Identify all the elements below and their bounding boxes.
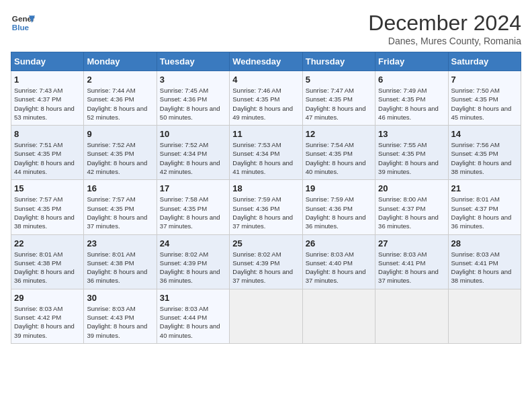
day-info: Sunrise: 8:03 AMSunset: 4:41 PMDaylight:… [378, 250, 445, 285]
day-info: Sunrise: 7:59 AMSunset: 4:36 PMDaylight:… [232, 195, 299, 230]
day-number: 30 [87, 293, 153, 303]
day-number: 24 [160, 238, 226, 248]
table-cell [448, 289, 521, 343]
svg-text:Blue: Blue [12, 23, 30, 32]
day-number: 11 [232, 129, 299, 139]
col-saturday: Saturday [448, 52, 521, 71]
calendar-week-5: 29 Sunrise: 8:03 AMSunset: 4:42 PMDaylig… [11, 289, 521, 343]
day-info: Sunrise: 8:03 AMSunset: 4:42 PMDaylight:… [14, 304, 81, 340]
day-info: Sunrise: 7:47 AMSunset: 4:35 PMDaylight:… [306, 86, 372, 122]
calendar-header-row: Sunday Monday Tuesday Wednesday Thursday… [11, 52, 521, 71]
day-number: 29 [14, 293, 81, 303]
calendar-week-4: 22 Sunrise: 8:01 AMSunset: 4:38 PMDaylig… [11, 234, 521, 289]
day-number: 22 [14, 238, 81, 248]
col-thursday: Thursday [302, 52, 375, 71]
table-cell: 30 Sunrise: 8:03 AMSunset: 4:43 PMDaylig… [84, 289, 157, 343]
day-number: 7 [451, 75, 518, 85]
day-info: Sunrise: 8:03 AMSunset: 4:44 PMDaylight:… [160, 304, 226, 340]
table-cell: 6 Sunrise: 7:49 AMSunset: 4:35 PMDayligh… [375, 71, 448, 126]
table-cell: 31 Sunrise: 8:03 AMSunset: 4:44 PMDaylig… [157, 289, 229, 343]
day-info: Sunrise: 7:52 AMSunset: 4:34 PMDaylight:… [160, 140, 226, 176]
day-number: 17 [160, 183, 226, 193]
day-info: Sunrise: 8:02 AMSunset: 4:39 PMDaylight:… [160, 250, 226, 285]
table-cell: 13 Sunrise: 7:55 AMSunset: 4:35 PMDaylig… [375, 126, 448, 180]
table-cell: 12 Sunrise: 7:54 AMSunset: 4:35 PMDaylig… [302, 126, 375, 180]
table-cell: 17 Sunrise: 7:58 AMSunset: 4:35 PMDaylig… [157, 180, 229, 234]
day-number: 1 [14, 75, 81, 85]
table-cell: 14 Sunrise: 7:56 AMSunset: 4:35 PMDaylig… [448, 126, 521, 180]
day-info: Sunrise: 8:01 AMSunset: 4:38 PMDaylight:… [14, 250, 81, 285]
day-info: Sunrise: 7:51 AMSunset: 4:35 PMDaylight:… [14, 140, 81, 176]
table-cell: 24 Sunrise: 8:02 AMSunset: 4:39 PMDaylig… [157, 234, 229, 289]
day-number: 6 [378, 75, 445, 85]
day-number: 20 [378, 183, 445, 193]
day-info: Sunrise: 7:57 AMSunset: 4:35 PMDaylight:… [87, 195, 153, 230]
day-info: Sunrise: 8:02 AMSunset: 4:39 PMDaylight:… [232, 250, 299, 285]
header: General Blue December 2024 Danes, Mures … [11, 11, 521, 46]
table-cell [302, 289, 375, 343]
day-info: Sunrise: 8:03 AMSunset: 4:41 PMDaylight:… [451, 250, 518, 285]
table-cell: 19 Sunrise: 7:59 AMSunset: 4:36 PMDaylig… [302, 180, 375, 234]
table-cell: 23 Sunrise: 8:01 AMSunset: 4:38 PMDaylig… [84, 234, 157, 289]
table-cell: 22 Sunrise: 8:01 AMSunset: 4:38 PMDaylig… [11, 234, 84, 289]
day-number: 25 [232, 238, 299, 248]
col-friday: Friday [375, 52, 448, 71]
day-info: Sunrise: 8:01 AMSunset: 4:38 PMDaylight:… [87, 250, 153, 285]
calendar-week-2: 8 Sunrise: 7:51 AMSunset: 4:35 PMDayligh… [11, 126, 521, 180]
table-cell: 1 Sunrise: 7:43 AMSunset: 4:37 PMDayligh… [11, 71, 84, 126]
table-cell: 2 Sunrise: 7:44 AMSunset: 4:36 PMDayligh… [84, 71, 157, 126]
day-info: Sunrise: 8:03 AMSunset: 4:40 PMDaylight:… [306, 250, 372, 285]
day-info: Sunrise: 7:58 AMSunset: 4:35 PMDaylight:… [160, 195, 226, 230]
day-number: 27 [378, 238, 445, 248]
col-wednesday: Wednesday [230, 52, 302, 71]
subtitle: Danes, Mures County, Romania [368, 36, 521, 46]
day-number: 18 [232, 183, 299, 193]
table-cell: 26 Sunrise: 8:03 AMSunset: 4:40 PMDaylig… [302, 234, 375, 289]
day-number: 5 [306, 75, 372, 85]
day-info: Sunrise: 7:59 AMSunset: 4:36 PMDaylight:… [306, 195, 372, 230]
day-info: Sunrise: 7:49 AMSunset: 4:35 PMDaylight:… [378, 86, 445, 122]
col-monday: Monday [84, 52, 157, 71]
day-info: Sunrise: 7:44 AMSunset: 4:36 PMDaylight:… [87, 86, 153, 122]
table-cell: 21 Sunrise: 8:01 AMSunset: 4:37 PMDaylig… [448, 180, 521, 234]
day-info: Sunrise: 7:45 AMSunset: 4:36 PMDaylight:… [160, 86, 226, 122]
calendar-week-1: 1 Sunrise: 7:43 AMSunset: 4:37 PMDayligh… [11, 71, 521, 126]
table-cell: 28 Sunrise: 8:03 AMSunset: 4:41 PMDaylig… [448, 234, 521, 289]
day-number: 9 [87, 129, 153, 139]
table-cell: 27 Sunrise: 8:03 AMSunset: 4:41 PMDaylig… [375, 234, 448, 289]
table-cell: 7 Sunrise: 7:50 AMSunset: 4:35 PMDayligh… [448, 71, 521, 126]
day-number: 16 [87, 183, 153, 193]
day-number: 23 [87, 238, 153, 248]
day-number: 19 [306, 183, 372, 193]
main-title: December 2024 [368, 11, 521, 36]
table-cell: 18 Sunrise: 7:59 AMSunset: 4:36 PMDaylig… [230, 180, 302, 234]
table-cell: 4 Sunrise: 7:46 AMSunset: 4:35 PMDayligh… [230, 71, 302, 126]
day-number: 14 [451, 129, 518, 139]
table-cell [230, 289, 302, 343]
day-number: 15 [14, 183, 81, 193]
table-cell: 9 Sunrise: 7:52 AMSunset: 4:35 PMDayligh… [84, 126, 157, 180]
table-cell: 8 Sunrise: 7:51 AMSunset: 4:35 PMDayligh… [11, 126, 84, 180]
table-cell: 29 Sunrise: 8:03 AMSunset: 4:42 PMDaylig… [11, 289, 84, 343]
table-cell: 10 Sunrise: 7:52 AMSunset: 4:34 PMDaylig… [157, 126, 229, 180]
table-cell: 3 Sunrise: 7:45 AMSunset: 4:36 PMDayligh… [157, 71, 229, 126]
table-cell: 15 Sunrise: 7:57 AMSunset: 4:35 PMDaylig… [11, 180, 84, 234]
day-info: Sunrise: 8:00 AMSunset: 4:37 PMDaylight:… [378, 195, 445, 230]
day-info: Sunrise: 7:43 AMSunset: 4:37 PMDaylight:… [14, 86, 81, 122]
table-cell [375, 289, 448, 343]
table-cell: 5 Sunrise: 7:47 AMSunset: 4:35 PMDayligh… [302, 71, 375, 126]
calendar-week-3: 15 Sunrise: 7:57 AMSunset: 4:35 PMDaylig… [11, 180, 521, 234]
day-info: Sunrise: 8:03 AMSunset: 4:43 PMDaylight:… [87, 304, 153, 340]
day-number: 3 [160, 75, 226, 85]
col-tuesday: Tuesday [157, 52, 229, 71]
logo-icon: General Blue [11, 11, 35, 35]
col-sunday: Sunday [11, 52, 84, 71]
day-number: 10 [160, 129, 226, 139]
day-info: Sunrise: 7:46 AMSunset: 4:35 PMDaylight:… [232, 86, 299, 122]
table-cell: 16 Sunrise: 7:57 AMSunset: 4:35 PMDaylig… [84, 180, 157, 234]
day-number: 12 [306, 129, 372, 139]
day-info: Sunrise: 8:01 AMSunset: 4:37 PMDaylight:… [451, 195, 518, 230]
day-info: Sunrise: 7:53 AMSunset: 4:34 PMDaylight:… [232, 140, 299, 176]
day-number: 13 [378, 129, 445, 139]
logo: General Blue [11, 11, 35, 35]
